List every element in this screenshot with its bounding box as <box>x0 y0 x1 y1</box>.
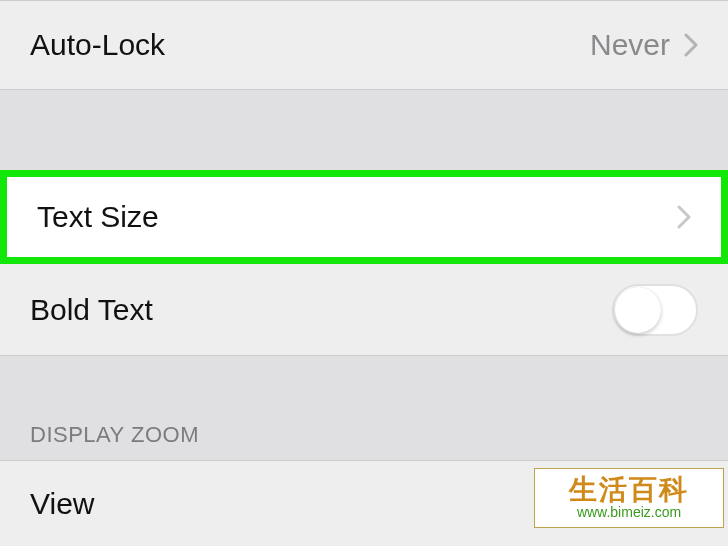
boldtext-toggle[interactable] <box>612 284 698 336</box>
section-header-displayzoom: DISPLAY ZOOM <box>0 422 728 460</box>
watermark-bottom: www.bimeiz.com <box>577 504 681 521</box>
row-autolock[interactable]: Auto-Lock Never <box>0 0 728 90</box>
section-gap <box>0 90 728 170</box>
textsize-highlight: Text Size <box>0 170 728 264</box>
watermark-badge: 生活百科 www.bimeiz.com <box>534 468 724 528</box>
view-label: View <box>30 487 94 521</box>
autolock-label: Auto-Lock <box>30 28 165 62</box>
toggle-knob <box>615 287 661 333</box>
autolock-value: Never <box>590 28 670 62</box>
textsize-value-wrap <box>677 205 691 229</box>
watermark-top: 生活百科 <box>569 476 689 504</box>
chevron-right-icon <box>677 205 691 229</box>
boldtext-label: Bold Text <box>30 293 153 327</box>
textsize-label: Text Size <box>37 200 159 234</box>
section-gap-2 <box>0 356 728 422</box>
row-boldtext: Bold Text <box>0 264 728 356</box>
chevron-right-icon <box>684 33 698 57</box>
autolock-value-wrap: Never <box>590 28 698 62</box>
row-textsize[interactable]: Text Size <box>7 177 721 257</box>
